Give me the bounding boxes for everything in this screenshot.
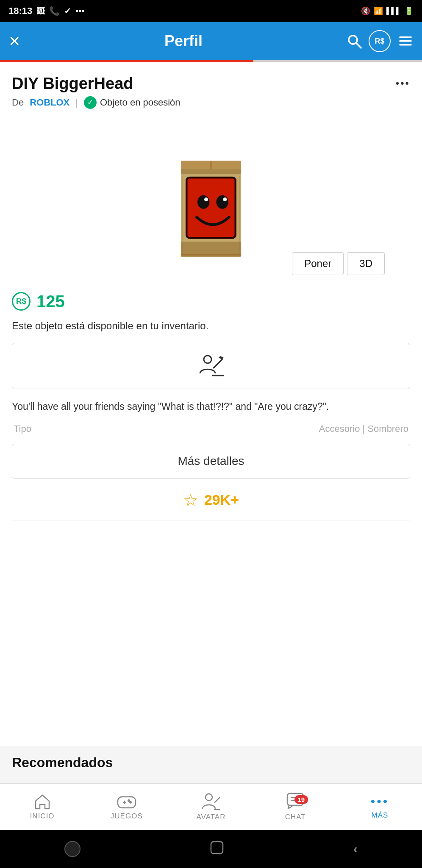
svg-line-30 <box>214 801 216 803</box>
gamepad-icon <box>117 793 136 810</box>
nav-item-chat[interactable]: 19 CHAT <box>253 788 338 826</box>
svg-point-10 <box>197 195 209 209</box>
svg-rect-8 <box>186 178 236 238</box>
close-button[interactable]: ✕ <box>8 33 20 50</box>
home-icon <box>34 793 51 810</box>
robux-price-icon: R$ <box>12 292 31 311</box>
robux-icon-label: R$ <box>375 37 384 46</box>
more-options-button[interactable]: ••• <box>396 78 410 89</box>
svg-rect-4 <box>399 44 412 46</box>
svg-rect-35 <box>211 842 223 854</box>
nav-label-mas: MÁS <box>371 811 388 820</box>
avatar-nav-icon <box>202 793 220 810</box>
main-content: DIY BiggerHead ••• De ROBLOX | ✓ Objeto … <box>0 62 422 746</box>
header: ✕ Perfil R$ <box>0 22 422 60</box>
battery-icon: 🔋 <box>404 6 414 16</box>
type-label: Tipo <box>14 423 31 434</box>
svg-point-27 <box>128 799 130 802</box>
more-icon: ••• <box>75 6 84 16</box>
owned-text: Objeto en posesión <box>100 97 180 108</box>
svg-line-1 <box>356 43 361 48</box>
rating-row: ☆ 29K+ <box>12 490 410 510</box>
menu-icon <box>397 33 414 49</box>
svg-point-11 <box>216 195 228 209</box>
nav-item-mas[interactable]: ••• MÁS <box>338 790 422 824</box>
rating-count: 29K+ <box>204 492 239 508</box>
section-divider <box>12 520 410 520</box>
device-bottom-bar: ‹ <box>0 830 422 868</box>
svg-point-12 <box>204 198 208 201</box>
owned-badge: ✓ Objeto en posesión <box>84 96 180 109</box>
details-button[interactable]: Más detalles <box>12 444 410 479</box>
mute-icon: 🔇 <box>361 6 370 16</box>
creator-link[interactable]: ROBLOX <box>30 97 69 108</box>
time-display: 18:13 <box>8 6 32 17</box>
device-back-btn[interactable]: ‹ <box>353 842 358 856</box>
nav-label-avatar: AVATAR <box>197 813 226 821</box>
item-character-image <box>164 144 258 279</box>
poner-button[interactable]: Poner <box>292 252 344 275</box>
check-icon: ✓ <box>64 6 71 16</box>
svg-point-13 <box>223 198 227 201</box>
search-icon <box>347 33 362 49</box>
svg-rect-2 <box>399 36 412 38</box>
bottom-nav: INICIO JUEGOS AVATAR <box>0 783 422 830</box>
device-home-icon <box>209 840 225 855</box>
nav-label-juegos: JUEGOS <box>111 812 143 821</box>
view-3d-button[interactable]: 3D <box>347 252 385 275</box>
item-title-row: DIY BiggerHead ••• <box>12 75 410 93</box>
item-title: DIY BiggerHead <box>12 75 133 93</box>
svg-line-21 <box>214 366 215 368</box>
star-icon: ☆ <box>183 490 198 510</box>
chat-badge: 19 <box>294 795 308 804</box>
item-quote: You'll have all your friends saying "Wha… <box>12 399 410 414</box>
phone-icon: 📞 <box>49 6 60 16</box>
device-home-btn[interactable] <box>209 840 225 858</box>
price-row: R$ 125 <box>12 292 410 311</box>
inventory-text: Este objeto está disponible en tu invent… <box>12 319 410 333</box>
nav-item-juegos[interactable]: JUEGOS <box>84 789 169 825</box>
svg-point-28 <box>205 794 212 801</box>
item-image-area: Poner 3D <box>12 118 410 279</box>
svg-point-19 <box>204 356 211 363</box>
search-button[interactable] <box>347 33 362 49</box>
svg-rect-23 <box>118 797 136 808</box>
price-value: 125 <box>36 292 65 311</box>
status-bar: 18:13 🖼 📞 ✓ ••• 🔇 📶 ▌▌▌ 🔋 <box>0 0 422 22</box>
header-title: Perfil <box>164 32 203 50</box>
nav-label-inicio: INICIO <box>30 812 55 821</box>
nav-item-avatar[interactable]: AVATAR <box>169 788 253 826</box>
status-right-icons: 🔇 📶 ▌▌▌ 🔋 <box>361 6 414 16</box>
type-row: Tipo Accesorio | Sombrero <box>12 423 410 434</box>
menu-button[interactable] <box>397 33 414 49</box>
photo-icon: 🖼 <box>36 6 45 16</box>
robux-button[interactable]: R$ <box>369 30 391 52</box>
mas-dots-icon: ••• <box>371 794 389 809</box>
recommended-section: Recomendados <box>0 746 422 783</box>
nav-label-chat: CHAT <box>285 813 306 821</box>
status-time: 18:13 🖼 📞 ✓ ••• <box>8 6 84 17</box>
signal-icon: ▌▌▌ <box>386 7 401 15</box>
avatar-equip-icon <box>198 354 224 378</box>
nav-item-inicio[interactable]: INICIO <box>0 789 84 825</box>
creator-prefix: De <box>12 97 24 108</box>
type-value: Accesorio | Sombrero <box>319 423 408 434</box>
header-icons: R$ <box>347 30 414 52</box>
meta-separator: | <box>75 97 78 108</box>
image-action-buttons: Poner 3D <box>292 252 385 275</box>
device-app-btn[interactable] <box>64 841 81 857</box>
wifi-icon: 📶 <box>374 6 383 16</box>
svg-rect-3 <box>399 40 412 42</box>
recommended-title: Recomendados <box>12 755 410 771</box>
equip-avatar-button[interactable] <box>12 343 410 389</box>
item-meta: De ROBLOX | ✓ Objeto en posesión <box>12 96 410 109</box>
check-badge-icon: ✓ <box>84 96 97 109</box>
